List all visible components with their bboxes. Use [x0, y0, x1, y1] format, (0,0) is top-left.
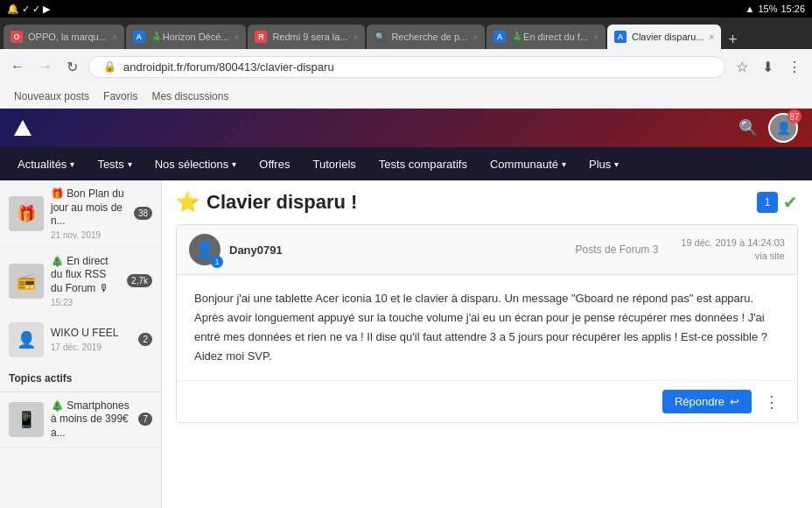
logo-triangle-icon: [14, 120, 32, 136]
nav-offres-label: Offres: [259, 158, 290, 171]
nav-plus-arrow: ▾: [614, 159, 619, 169]
sidebar-thumb-1: 🎁: [9, 196, 44, 231]
post-header: 👤 1 Dany0791 Posts de Forum 3 19 déc. 20…: [177, 225, 797, 275]
tab-3[interactable]: R Redmi 9 sera la... ×: [248, 25, 365, 49]
tab-6-label: Clavier disparu...: [632, 32, 704, 42]
nav-nos-selections-arrow: ▾: [232, 159, 236, 169]
reply-arrow-icon: ↩: [730, 395, 739, 408]
nouveaux-posts-link[interactable]: Nouveaux posts: [14, 90, 89, 102]
reload-button[interactable]: ↻: [63, 55, 81, 79]
site-logo[interactable]: [14, 120, 32, 136]
menu-icon[interactable]: ⋮: [784, 55, 805, 79]
favoris-link[interactable]: Favoris: [103, 90, 137, 102]
tab-4[interactable]: 🔍 Recherche de p... ×: [367, 25, 485, 49]
reply-label: Répondre: [675, 395, 724, 408]
tab-6-favicon: A: [614, 31, 626, 43]
star-icon[interactable]: ☆: [732, 55, 752, 79]
status-bar-left: 🔔 ✓ ✓ ▶: [7, 4, 50, 15]
reply-button[interactable]: Répondre ↩: [662, 390, 752, 413]
post-title: Clavier disparu !: [206, 191, 357, 214]
nav-tests-comparatifs[interactable]: Tests comparatifs: [368, 147, 478, 180]
sidebar-count-3: 2: [138, 333, 152, 346]
notification-icons: 🔔 ✓ ✓ ▶: [7, 4, 50, 15]
nav-actualites-label: Actualités: [18, 158, 66, 171]
more-options-button[interactable]: ⋮: [759, 391, 785, 413]
sidebar-info-2: 🎄 En direct du flux RSS du Forum 🎙 15:23: [51, 255, 120, 307]
sidebar-title-1: 🎁 Bon Plan du jour au mois de n...: [51, 187, 127, 229]
sidebar-thumb-topics-1: 📱: [9, 402, 44, 437]
reply-count-badge: 1: [757, 192, 778, 213]
sidebar-date-1: 21 nov. 2019: [51, 230, 127, 240]
back-button[interactable]: ←: [7, 55, 28, 78]
nav-tests-arrow: ▾: [128, 159, 132, 169]
main-content: ⭐ Clavier disparu ! 1 ✔ 👤 1 Dany0791 Pos…: [162, 180, 812, 508]
tab-6-close[interactable]: ×: [709, 32, 714, 42]
sidebar-title-2: 🎄 En direct du flux RSS du Forum 🎙: [51, 255, 120, 296]
tab-2-close[interactable]: ×: [234, 32, 240, 42]
tab-4-label: Recherche de p...: [391, 32, 467, 42]
new-tab-button[interactable]: +: [723, 31, 743, 49]
nav-communaute-label: Communauté: [490, 158, 558, 171]
tab-6[interactable]: A Clavier disparu... ×: [607, 25, 721, 49]
site-top-bar: Nouveaux posts Favoris Mes discussions: [0, 84, 812, 109]
post-via: via site: [681, 250, 785, 263]
post-title-row: ⭐ Clavier disparu ! 1 ✔: [176, 191, 798, 214]
tab-bar: O OPPO, la marqu... × A 🎄Horizon Décé...…: [0, 18, 812, 49]
battery-level: 15%: [758, 4, 777, 14]
forum-post: 👤 1 Dany0791 Posts de Forum 3 19 déc. 20…: [176, 224, 798, 423]
sidebar-count-2: 2,7k: [127, 274, 152, 287]
tab-4-favicon: 🔍: [374, 31, 386, 43]
tab-3-favicon: R: [255, 31, 267, 43]
sidebar-thumb-2: 📻: [9, 264, 44, 299]
sidebar-date-2: 15:23: [51, 298, 120, 307]
nav-plus-label: Plus: [589, 158, 611, 171]
sidebar-title-3: WIKO U FEEL: [51, 327, 131, 341]
sidebar-item-2[interactable]: 📻 🎄 En direct du flux RSS du Forum 🎙 15:…: [0, 248, 161, 315]
post-body: Bonjour j'ai une tablette Acer iconia 10…: [177, 275, 797, 380]
post-role: Posts de Forum 3: [576, 243, 659, 256]
address-bar[interactable]: 🔒 androidpit.fr/forum/800413/clavier-dis…: [88, 56, 725, 78]
post-date-text: 19 déc. 2019 à 14:24:03: [681, 236, 785, 250]
tab-2-label: 🎄Horizon Décé...: [150, 32, 229, 43]
tab-2-favicon: A: [133, 31, 145, 43]
tab-1[interactable]: O OPPO, la marqu... ×: [4, 25, 124, 49]
forward-button[interactable]: →: [35, 55, 56, 78]
nav-tutoriels-label: Tutoriels: [312, 158, 355, 171]
tab-3-label: Redmi 9 sera la...: [272, 32, 347, 42]
post-author-avatar: 👤 1: [189, 234, 220, 265]
nav-tutoriels[interactable]: Tutoriels: [302, 147, 366, 180]
sidebar-item-1[interactable]: 🎁 🎁 Bon Plan du jour au mois de n... 21 …: [0, 180, 161, 248]
nav-nos-selections[interactable]: Nos sélections ▾: [144, 147, 248, 180]
nav-nos-selections-label: Nos sélections: [155, 158, 229, 171]
tab-2[interactable]: A 🎄Horizon Décé... ×: [126, 25, 247, 49]
status-bar: 🔔 ✓ ✓ ▶ ▲ 15% 15:26: [0, 0, 812, 18]
download-icon[interactable]: ⬇: [759, 55, 777, 79]
tab-4-close[interactable]: ×: [472, 32, 478, 42]
post-star-icon: ⭐: [176, 191, 200, 214]
header-right: 🔍 👤 87: [738, 113, 798, 143]
header-search-icon[interactable]: 🔍: [738, 118, 758, 138]
post-author-name[interactable]: Dany0791: [229, 243, 283, 257]
nav-actualites[interactable]: Actualités ▾: [7, 147, 85, 180]
clock: 15:26: [780, 4, 805, 14]
post-body-text: Bonjour j'ai une tablette Acer iconia 10…: [194, 289, 780, 366]
sidebar-item-topics-1[interactable]: 📱 🎄 Smartphones à moins de 399€ a... 7: [0, 392, 161, 448]
tab-5[interactable]: A 🎄En direct du f... ×: [486, 25, 606, 49]
nav-communaute[interactable]: Communauté ▾: [480, 147, 577, 180]
tab-1-close[interactable]: ×: [112, 32, 117, 42]
sidebar-title-topics-1: 🎄 Smartphones à moins de 399€ a...: [51, 399, 131, 441]
sidebar-item-3[interactable]: 👤 WIKO U FEEL 17 déc. 2019 2: [0, 315, 161, 365]
nav-tests[interactable]: Tests ▾: [87, 147, 142, 180]
mes-discussions-link[interactable]: Mes discussions: [151, 90, 228, 102]
avatar-badge[interactable]: 👤 87: [768, 113, 798, 143]
toolbar-icons: ☆ ⬇ ⋮: [732, 55, 805, 79]
sidebar-info-1: 🎁 Bon Plan du jour au mois de n... 21 no…: [51, 187, 127, 240]
tab-3-close[interactable]: ×: [354, 32, 359, 42]
sidebar-date-3: 17 déc. 2019: [51, 342, 131, 352]
tab-1-favicon: O: [10, 31, 23, 43]
nav-plus[interactable]: Plus ▾: [578, 147, 629, 180]
lock-icon: 🔒: [103, 60, 116, 73]
tab-5-close[interactable]: ×: [593, 32, 598, 42]
nav-offres[interactable]: Offres: [248, 147, 300, 180]
avatar-icon: 👤: [195, 240, 214, 259]
